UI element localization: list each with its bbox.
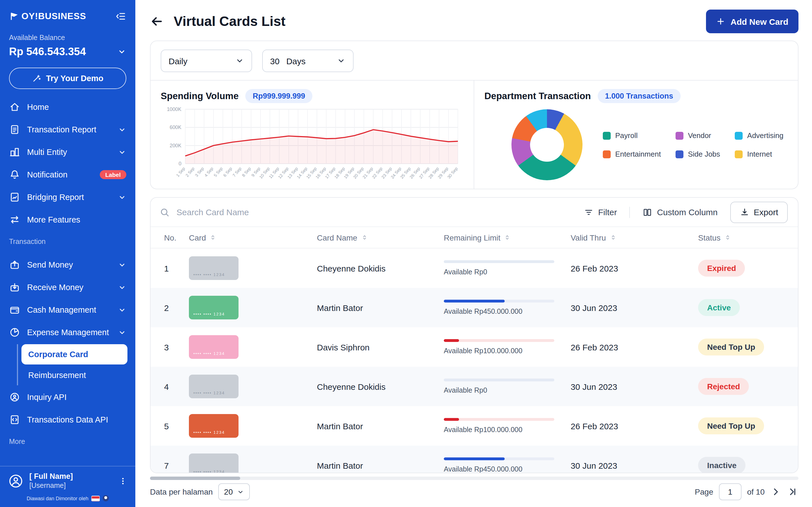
table-row[interactable]: 5•••• •••• 1234Martin BatorAvailable Rp1… — [151, 406, 798, 446]
export-button[interactable]: Export — [730, 202, 788, 223]
wand-icon — [32, 74, 41, 83]
legend-swatch — [603, 150, 611, 158]
sidebar-item-expense-management[interactable]: Expense Management — [0, 321, 135, 344]
department-donut-chart — [511, 109, 582, 180]
table-body: 1•••• •••• 1234Cheyenne DokidisAvailable… — [151, 248, 798, 473]
analytics-card: Daily 30 Days Spending Volume Rp999.999.… — [150, 41, 799, 189]
sidebar-item-label: Send Money — [27, 260, 111, 269]
department-transaction-panel: Department Transaction 1.000 Transaction… — [474, 80, 798, 189]
sidebar-collapse-icon[interactable] — [115, 11, 126, 22]
home-icon — [9, 101, 20, 113]
dataapi-icon — [9, 414, 20, 425]
spending-volume-badge: Rp999.999.999 — [245, 89, 312, 103]
last-page-button[interactable] — [787, 486, 799, 497]
filter-button[interactable]: Filter — [580, 207, 620, 218]
cell-valid-thru: 30 Jun 2023 — [571, 382, 698, 391]
cell-valid-thru: 30 Jun 2023 — [571, 460, 698, 470]
legend-item-internet: Internet — [735, 150, 783, 158]
remaining-limit-bar — [444, 260, 554, 263]
column-header-card-name[interactable]: Card Name — [317, 233, 444, 242]
sidebar-item-transactions-data-api[interactable]: Transactions Data API — [0, 408, 135, 431]
add-new-card-label: Add New Card — [730, 17, 788, 26]
cell-card-name: Cheyenne Dokidis — [317, 263, 444, 273]
column-header-card[interactable]: Card — [189, 233, 317, 242]
svg-text:2 Sep: 2 Sep — [185, 166, 195, 178]
balance-selector[interactable]: Rp 546.543.354 — [0, 44, 135, 60]
bridging-icon — [9, 191, 20, 203]
column-header-status[interactable]: Status — [698, 233, 784, 242]
range-select[interactable]: 30 Days — [262, 50, 354, 72]
search-icon — [160, 207, 170, 217]
chevron-down-icon — [118, 305, 126, 314]
sort-icon[interactable] — [609, 234, 617, 241]
legend-swatch — [735, 131, 743, 139]
page-of-label: of 10 — [747, 487, 765, 496]
plus-icon — [716, 17, 725, 26]
sidebar-item-inquiry-api[interactable]: Inquiry API — [0, 386, 135, 408]
column-header-no: No. — [164, 233, 189, 242]
try-demo-button[interactable]: Try Your Demo — [9, 68, 126, 89]
scrollbar-thumb[interactable] — [150, 476, 240, 480]
chevron-right-icon — [770, 486, 781, 497]
sort-icon[interactable] — [361, 234, 368, 241]
inquiry-icon — [9, 392, 20, 403]
sidebar-item-send-money[interactable]: Send Money — [0, 253, 135, 276]
per-page-label: Data per halaman — [150, 487, 213, 496]
sidebar-item-cash-management[interactable]: Cash Management — [0, 298, 135, 321]
sidebar-item-more-features[interactable]: More Features — [0, 209, 135, 231]
section-label-more: More — [9, 438, 126, 446]
cell-card-name: Davis Siphron — [317, 342, 444, 352]
page-number-input[interactable] — [719, 483, 742, 500]
period-select[interactable]: Daily — [161, 50, 252, 72]
back-arrow-icon[interactable] — [150, 15, 163, 28]
sidebar-item-bridging-report[interactable]: Bridging Report — [0, 186, 135, 209]
table-header-row: No.CardCard NameRemaining LimitValid Thr… — [151, 227, 798, 248]
per-page-select[interactable]: 20 — [218, 483, 250, 500]
remaining-limit-bar — [444, 418, 554, 421]
cell-no: 3 — [164, 342, 189, 352]
sort-icon[interactable] — [209, 234, 217, 241]
table-row[interactable]: 2•••• •••• 1234Martin BatorAvailable Rp4… — [151, 288, 798, 327]
sidebar-item-transaction-report[interactable]: Transaction Report — [0, 118, 135, 141]
per-page-value: 20 — [224, 487, 233, 496]
table-row[interactable]: 4•••• •••• 1234Cheyenne DokidisAvailable… — [151, 367, 798, 406]
sidebar-item-label: Transaction Report — [27, 125, 111, 134]
column-header-valid-thru[interactable]: Valid Thru — [571, 233, 698, 242]
add-new-card-button[interactable]: Add New Card — [706, 10, 799, 33]
department-transaction-title: Department Transaction — [485, 91, 591, 101]
sort-icon[interactable] — [724, 234, 731, 241]
spending-volume-title: Spending Volume — [161, 91, 239, 101]
sidebar-item-notification[interactable]: NotificationLabel — [0, 163, 135, 186]
section-label-transaction: Transaction — [9, 238, 126, 245]
user-menu-kebab-icon[interactable] — [118, 476, 128, 485]
card-thumbnail: •••• •••• 1234 — [189, 375, 239, 398]
custom-column-button[interactable]: Custom Column — [639, 207, 721, 218]
table-row[interactable]: 1•••• •••• 1234Cheyenne DokidisAvailable… — [151, 248, 798, 288]
horizontal-scrollbar[interactable] — [150, 476, 799, 480]
download-icon — [740, 207, 749, 217]
sidebar-item-multi-entity[interactable]: Multi Entity — [0, 141, 135, 163]
next-page-button[interactable] — [770, 486, 781, 497]
sidebar-item-corporate-card[interactable]: Corporate Card — [21, 344, 128, 364]
columns-icon — [642, 207, 652, 217]
available-amount: Available Rp100.000.000 — [444, 426, 571, 434]
sidebar-item-home[interactable]: Home — [0, 96, 135, 118]
sidebar-item-reimbursement[interactable]: Reimbursement — [21, 365, 128, 385]
sort-icon[interactable] — [504, 234, 511, 241]
cell-card-name: Cheyenne Dokidis — [317, 382, 444, 391]
sidebar-item-label: Cash Management — [27, 305, 111, 314]
table-row[interactable]: 3•••• •••• 1234Davis SiphronAvailable Rp… — [151, 327, 798, 367]
brand-logo: OY!BUSINESS — [9, 11, 86, 21]
sidebar-item-label: Home — [27, 103, 126, 112]
search-input[interactable] — [175, 207, 580, 217]
chevron-down-icon — [237, 488, 244, 496]
card-thumbnail: •••• •••• 1234 — [189, 256, 239, 280]
status-badge: Rejected — [698, 378, 749, 395]
table-row[interactable]: 7•••• •••• 1234Martin BatorAvailable Rp4… — [151, 446, 798, 473]
svg-text:7 Sep: 7 Sep — [232, 166, 242, 178]
cell-card-name: Martin Bator — [317, 303, 444, 313]
sidebar-item-receive-money[interactable]: Receive Money — [0, 276, 135, 298]
card-thumbnail: •••• •••• 1234 — [189, 453, 239, 473]
column-header-remaining-limit[interactable]: Remaining Limit — [444, 233, 571, 242]
chevron-down-icon — [118, 193, 126, 202]
